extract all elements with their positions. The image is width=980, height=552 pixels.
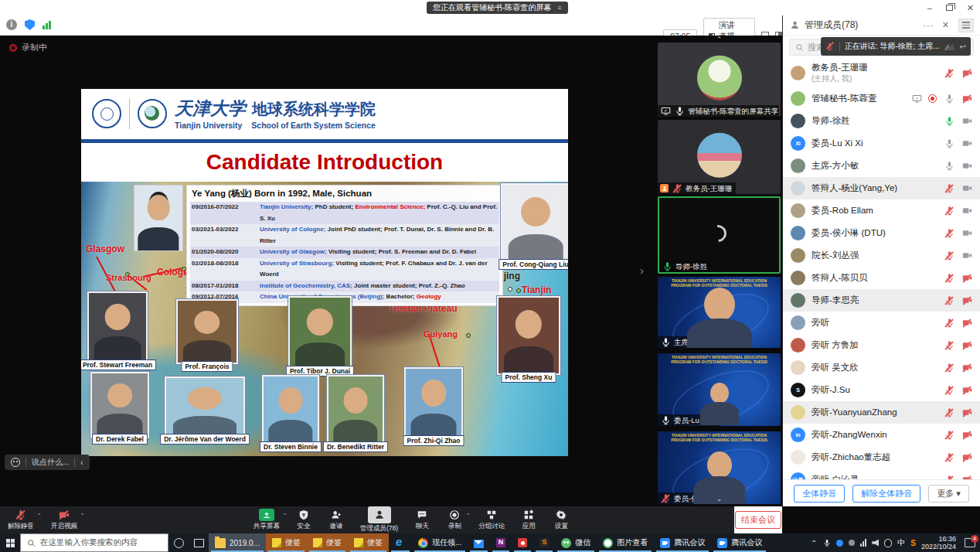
toolbar-button[interactable]: 录制 ⌃: [441, 506, 468, 533]
tray-app-icon[interactable]: [836, 540, 843, 547]
camera-status-icon[interactable]: [961, 318, 972, 329]
taskbar-app[interactable]: 腾讯会议: [654, 533, 711, 552]
panel-close-button[interactable]: ✕: [942, 20, 949, 30]
mic-status-icon[interactable]: [944, 138, 954, 149]
network-icon[interactable]: [860, 539, 866, 547]
taskbar-clock[interactable]: 16:36 2022/10/24: [921, 535, 956, 550]
volume-icon[interactable]: [872, 540, 879, 547]
mic-status-icon[interactable]: [944, 452, 954, 463]
camera-status-icon[interactable]: [961, 206, 972, 216]
participant-row[interactable]: 答辩人-陈贝贝: [783, 267, 980, 289]
camera-status-icon[interactable]: [961, 363, 972, 373]
video-thumbnail-screen-share[interactable]: 管辅秘书-陈蓉萱的屏幕共享: [658, 43, 781, 117]
toolbar-button[interactable]: 管理成员(78) ⌃: [356, 506, 403, 533]
taskbar-app[interactable]: [468, 533, 490, 552]
camera-status-icon[interactable]: [961, 250, 972, 261]
taskbar-app[interactable]: 便签: [348, 533, 389, 552]
qq-icon[interactable]: [884, 539, 892, 547]
panel-menu-icon[interactable]: [958, 19, 974, 32]
participant-row[interactable]: 导师-李思亮: [783, 289, 980, 312]
minimize-button[interactable]: –: [927, 3, 932, 12]
start-button[interactable]: [0, 533, 20, 552]
camera-status-icon[interactable]: [961, 452, 972, 463]
camera-status-icon[interactable]: [961, 183, 972, 194]
banner-menu-icon[interactable]: ≡: [557, 2, 561, 14]
quick-chat-pill[interactable]: 说点什么... ‹: [5, 455, 90, 470]
participant-row[interactable]: 委员-侯小琳 (DTU): [783, 222, 980, 244]
participant-row[interactable]: 教务员-王珊珊 (主持人, 我): [783, 59, 980, 87]
toolbar-button[interactable]: 邀请 ⌃: [323, 506, 349, 533]
participant-row[interactable]: 主席-方小敏: [783, 155, 980, 177]
emoji-icon[interactable]: [11, 458, 20, 467]
collapse-chat-icon[interactable]: ‹: [80, 458, 83, 467]
camera-status-icon[interactable]: [961, 138, 972, 149]
camera-status-icon[interactable]: [961, 273, 972, 284]
cortana-button[interactable]: [168, 533, 189, 552]
toolbar-button[interactable]: 安全 ⌃: [291, 506, 317, 533]
participant-row[interactable]: S 旁听-J.Su: [783, 379, 980, 401]
participant-row[interactable]: 导师-徐胜: [783, 110, 980, 132]
taskbar-app[interactable]: 图片查看: [597, 533, 654, 552]
toolbar-button[interactable]: 聊天 ⌃: [409, 506, 435, 533]
taskbar-app[interactable]: [490, 533, 512, 552]
camera-status-icon[interactable]: [961, 68, 972, 79]
taskbar-app[interactable]: 现任领...: [412, 533, 468, 552]
tray-mic-icon[interactable]: [822, 539, 831, 547]
camera-status-icon[interactable]: [961, 161, 972, 172]
mic-status-icon[interactable]: [944, 94, 954, 104]
close-button[interactable]: ✕: [967, 3, 974, 13]
mic-status-icon[interactable]: [944, 228, 954, 239]
toolbar-button[interactable]: 解除静音 ⌃: [3, 506, 39, 533]
taskbar-app[interactable]: [512, 533, 533, 552]
info-icon[interactable]: i: [6, 19, 17, 30]
participant-row[interactable]: 旁听-Zhichao董志超: [783, 446, 980, 469]
participant-row[interactable]: Xi 委员-Lu Xi Xi: [783, 132, 980, 155]
participant-row[interactable]: 旁听 吴文欣: [783, 356, 980, 379]
end-meeting-button[interactable]: 结束会议: [735, 511, 781, 529]
toolbar-button[interactable]: 共享屏幕 ⌃: [249, 506, 284, 533]
mute-all-button[interactable]: 全体静音: [794, 485, 845, 503]
mic-status-icon[interactable]: [944, 363, 954, 373]
participant-row[interactable]: 委员-Rob Ellam: [783, 199, 980, 222]
taskbar-app[interactable]: 便签: [266, 533, 307, 552]
chat-input-placeholder[interactable]: 说点什么...: [32, 457, 69, 468]
participant-row[interactable]: 院长-刘丛强: [783, 244, 980, 267]
camera-status-icon[interactable]: [961, 407, 972, 418]
video-thumbnail-committee1[interactable]: TIANJIN UNIVERSITY INTERNATIONAL EDUCATI…: [658, 353, 781, 426]
mic-status-icon[interactable]: [944, 407, 954, 418]
mic-status-icon[interactable]: [944, 340, 954, 351]
camera-status-icon[interactable]: [961, 385, 972, 396]
toolbar-button[interactable]: 分组讨论 ⌃: [474, 506, 509, 533]
taskbar-app[interactable]: 2019.0...: [209, 533, 266, 552]
toolbar-button[interactable]: 应用 ⌃: [516, 506, 542, 533]
camera-status-icon[interactable]: [961, 295, 972, 306]
taskbar-app[interactable]: 腾讯会议: [711, 533, 768, 552]
mic-status-icon[interactable]: [944, 318, 954, 329]
more-button[interactable]: 更多 ▾: [928, 485, 969, 503]
participant-row[interactable]: 答辩人-杨业(Yang,Ye): [783, 177, 980, 199]
mic-status-icon[interactable]: [944, 116, 954, 127]
mic-status-icon[interactable]: [944, 161, 954, 172]
mic-status-icon[interactable]: [944, 68, 954, 79]
mic-status-icon[interactable]: [944, 206, 954, 216]
unmute-all-button[interactable]: 解除全体静音: [852, 485, 920, 503]
shield-icon[interactable]: [25, 19, 35, 30]
taskbar-app[interactable]: 微信: [555, 533, 597, 552]
taskbar-app[interactable]: [533, 533, 555, 552]
collapse-strip-icon[interactable]: ›: [640, 264, 644, 277]
more-thumbnails-icon[interactable]: ⌄: [716, 495, 723, 503]
tray-app-icon[interactable]: [849, 540, 855, 546]
mic-status-icon[interactable]: [944, 295, 954, 306]
video-thumbnail-committee2[interactable]: TIANJIN UNIVERSITY INTERNATIONAL EDUCATI…: [658, 431, 781, 504]
task-view-button[interactable]: [189, 533, 209, 552]
camera-status-icon[interactable]: [961, 228, 972, 239]
network-quality-icon[interactable]: [43, 20, 51, 29]
camera-status-icon[interactable]: [961, 340, 972, 351]
toolbar-button[interactable]: 开启视频 ⌃: [46, 506, 82, 533]
show-hidden-icons[interactable]: ⌃: [811, 539, 817, 547]
input-language-indicator[interactable]: 中: [897, 537, 905, 548]
panel-more-button[interactable]: ···: [923, 20, 934, 31]
participant-row[interactable]: 旁听: [783, 312, 980, 334]
video-thumbnail-speaking[interactable]: 导师-徐胜: [658, 196, 781, 274]
mic-status-icon[interactable]: [944, 430, 954, 441]
